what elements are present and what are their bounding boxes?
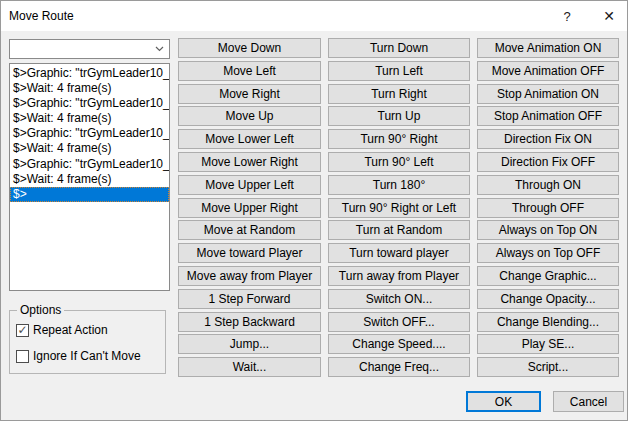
- ok-button[interactable]: OK: [466, 391, 541, 412]
- close-icon[interactable]: ✕: [589, 1, 628, 31]
- move-commands-column: Move DownMove LeftMove RightMove UpMove …: [178, 38, 321, 377]
- command-button[interactable]: Stop Animation OFF: [477, 106, 619, 126]
- checkbox-icon[interactable]: [16, 350, 29, 363]
- command-button[interactable]: Turn Right: [328, 84, 470, 104]
- command-button[interactable]: Turn toward player: [328, 243, 470, 263]
- command-button[interactable]: 1 Step Forward: [178, 289, 321, 309]
- command-button[interactable]: Wait...: [178, 357, 321, 377]
- command-button[interactable]: Stop Animation ON: [477, 84, 619, 104]
- list-item[interactable]: $>Wait: 4 frame(s): [10, 141, 169, 156]
- dialog-title: Move Route: [9, 1, 74, 31]
- cancel-button[interactable]: Cancel: [553, 391, 624, 412]
- command-button[interactable]: Move at Random: [178, 220, 321, 240]
- command-button[interactable]: Move toward Player: [178, 243, 321, 263]
- command-button[interactable]: Change Speed....: [328, 334, 470, 354]
- list-item[interactable]: $>Graphic: "trGymLeader10_1',: [10, 157, 169, 172]
- command-button[interactable]: Move Animation OFF: [477, 61, 619, 81]
- command-button[interactable]: Move Animation ON: [477, 38, 619, 58]
- command-button[interactable]: Turn 90° Right or Left: [328, 198, 470, 218]
- command-button[interactable]: Through OFF: [477, 198, 619, 218]
- command-button[interactable]: Move Down: [178, 38, 321, 58]
- command-button[interactable]: Change Graphic...: [477, 266, 619, 286]
- list-item[interactable]: $>Graphic: "trGymLeader10_1',: [10, 66, 169, 81]
- command-button[interactable]: Always on Top OFF: [477, 243, 619, 263]
- route-preset-dropdown[interactable]: [9, 39, 170, 59]
- command-button[interactable]: Turn Left: [328, 61, 470, 81]
- command-button[interactable]: Switch ON...: [328, 289, 470, 309]
- settings-commands-column: Move Animation ONMove Animation OFFStop …: [477, 38, 619, 377]
- command-button[interactable]: Change Freq...: [328, 357, 470, 377]
- list-item[interactable]: $>Wait: 4 frame(s): [10, 172, 169, 187]
- command-button[interactable]: Move Upper Left: [178, 175, 321, 195]
- checkbox-row[interactable]: ✓Repeat Action: [16, 322, 108, 338]
- command-button[interactable]: Move Upper Right: [178, 198, 321, 218]
- list-item[interactable]: $>Graphic: "trGymLeader10_1',: [10, 96, 169, 111]
- command-button[interactable]: Change Blending...: [477, 312, 619, 332]
- checkbox-row[interactable]: Ignore If Can't Move: [16, 348, 141, 364]
- checkbox-label: Ignore If Can't Move: [33, 349, 141, 363]
- titlebar: Move Route ? ✕: [1, 1, 628, 31]
- command-button[interactable]: Turn 90° Left: [328, 152, 470, 172]
- command-button[interactable]: Turn Down: [328, 38, 470, 58]
- turn-commands-column: Turn DownTurn LeftTurn RightTurn UpTurn …: [328, 38, 470, 377]
- options-groupbox: Options ✓Repeat ActionIgnore If Can't Mo…: [9, 310, 166, 374]
- list-item[interactable]: $>Wait: 4 frame(s): [10, 81, 169, 96]
- command-button[interactable]: Move Up: [178, 106, 321, 126]
- command-button[interactable]: Turn 90° Right: [328, 129, 470, 149]
- list-item[interactable]: $>Graphic: "trGymLeader10_1',: [10, 126, 169, 141]
- command-button[interactable]: Switch OFF...: [328, 312, 470, 332]
- command-button[interactable]: Move away from Player: [178, 266, 321, 286]
- command-button[interactable]: Jump...: [178, 334, 321, 354]
- chevron-down-icon: [155, 46, 164, 52]
- command-button[interactable]: Turn away from Player: [328, 266, 470, 286]
- command-button[interactable]: Turn at Random: [328, 220, 470, 240]
- command-button[interactable]: 1 Step Backward: [178, 312, 321, 332]
- command-button[interactable]: Move Left: [178, 61, 321, 81]
- move-route-dialog: Move Route ? ✕ $>Graphic: "trGymLeader10…: [0, 0, 628, 421]
- command-button[interactable]: Direction Fix OFF: [477, 152, 619, 172]
- command-button[interactable]: Change Opacity...: [477, 289, 619, 309]
- command-button[interactable]: Turn 180°: [328, 175, 470, 195]
- route-list: $>Graphic: "trGymLeader10_1',$>Wait: 4 f…: [9, 63, 170, 291]
- command-button[interactable]: Script...: [477, 357, 619, 377]
- command-button[interactable]: Through ON: [477, 175, 619, 195]
- command-button[interactable]: Move Lower Left: [178, 129, 321, 149]
- command-button[interactable]: Always on Top ON: [477, 220, 619, 240]
- list-item[interactable]: $>: [10, 187, 169, 202]
- help-button[interactable]: ?: [547, 1, 587, 31]
- command-button[interactable]: Direction Fix ON: [477, 129, 619, 149]
- list-item[interactable]: $>Wait: 4 frame(s): [10, 111, 169, 126]
- checkbox-label: Repeat Action: [33, 323, 108, 337]
- command-button[interactable]: Turn Up: [328, 106, 470, 126]
- checkbox-checked-icon[interactable]: ✓: [16, 324, 29, 337]
- command-button[interactable]: Move Right: [178, 84, 321, 104]
- command-button[interactable]: Move Lower Right: [178, 152, 321, 172]
- options-label: Options: [17, 303, 64, 317]
- command-button[interactable]: Play SE...: [477, 334, 619, 354]
